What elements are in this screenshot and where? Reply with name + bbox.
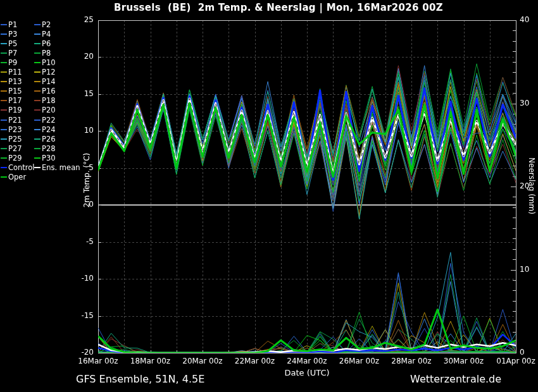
legend-item-p19: P19 — [1, 106, 34, 114]
legend-item-p24: P24 — [34, 125, 56, 134]
temp-tick-label: 5 — [75, 163, 94, 172]
legend-item-p28: P28 — [34, 144, 56, 153]
legend-color-dash — [34, 34, 41, 35]
date-tick-label: 30Mar 00z — [439, 357, 489, 365]
legend-item-p10-label: P10 — [42, 58, 56, 67]
legend-item-p4-label: P4 — [42, 30, 51, 39]
legend-row: P9P10 — [1, 58, 56, 67]
legend-color-dash — [1, 100, 7, 101]
precip-tick-label: 10 — [520, 265, 538, 274]
legend-item-p5: P5 — [1, 39, 34, 48]
legend-row: Oper — [1, 173, 34, 182]
legend-color-dash — [34, 167, 41, 168]
legend-item-p10: P10 — [34, 58, 56, 67]
precip-tick-label: 20 — [520, 181, 538, 190]
legend-row: P27P28 — [1, 144, 56, 153]
legend-color-dash — [1, 62, 7, 63]
legend-row: P5P6 — [1, 39, 51, 48]
legend-item-p12-label: P12 — [42, 68, 56, 77]
legend-color-dash — [34, 90, 41, 92]
legend-color-dash — [1, 52, 7, 54]
legend-row: ControlEns. mean — [1, 163, 80, 173]
legend-item-p30: P30 — [34, 154, 56, 162]
legend-item-p2-label: P2 — [42, 20, 51, 29]
date-tick-label: 22Mar 00z — [230, 357, 280, 365]
legend-item-p11: P11 — [1, 68, 34, 77]
legend-item-p8: P8 — [34, 49, 51, 58]
legend-item-control-label: Control — [8, 163, 35, 172]
legend-row: P23P24 — [1, 125, 56, 134]
legend-color-dash — [34, 43, 41, 44]
legend-item-p16: P16 — [34, 87, 56, 95]
legend-item-p29: P29 — [1, 154, 34, 162]
legend-row: P7P8 — [1, 48, 51, 58]
legend-row: P19P20 — [1, 106, 56, 115]
legend-item-p22-label: P22 — [42, 116, 56, 125]
legend-item-p1: P1 — [1, 20, 34, 29]
legend-color-dash — [1, 71, 7, 73]
legend-item-p29-label: P29 — [8, 154, 22, 162]
temp-tick-label: -10 — [75, 274, 94, 283]
legend-item-p27: P27 — [1, 144, 34, 153]
legend-item-p17: P17 — [1, 96, 34, 105]
legend-item-p14: P14 — [34, 77, 56, 86]
temp-tick-label: 10 — [75, 126, 94, 135]
legend-row: P1P2 — [1, 20, 51, 29]
legend-item-p5-label: P5 — [8, 39, 17, 48]
legend-item-p11-label: P11 — [8, 68, 22, 77]
legend-item-oper: Oper — [1, 173, 34, 181]
temp-tick-label: 15 — [75, 89, 94, 98]
date-tick-label: 28Mar 00z — [386, 357, 437, 365]
meteogram-screen: Brussels (BE) 2m Temp. & Neerslag | Mon,… — [0, 0, 538, 392]
legend-color-dash — [34, 24, 41, 25]
legend-item-p3-label: P3 — [8, 30, 17, 39]
legend-item-p20: P20 — [34, 106, 56, 114]
legend-item-p6-label: P6 — [42, 39, 51, 48]
legend-color-dash — [1, 81, 7, 82]
legend-item-p15: P15 — [1, 87, 34, 95]
date-tick-label: 16Mar 00z — [73, 357, 123, 365]
date-tick-label: 18Mar 00z — [125, 357, 176, 365]
legend-item-p19-label: P19 — [8, 106, 22, 114]
temp-tick-label: -20 — [75, 348, 94, 357]
legend-item-p12: P12 — [34, 68, 56, 77]
legend-color-dash — [34, 109, 41, 111]
legend-color-dash — [34, 71, 41, 73]
legend-item-p17-label: P17 — [8, 96, 22, 105]
legend-row: P13P14 — [1, 77, 56, 87]
model-caption: GFS Ensemble, 51N, 4.5E — [76, 373, 204, 385]
legend-item-p8-label: P8 — [42, 49, 51, 58]
legend-color-dash — [34, 52, 41, 54]
date-tick-label: 26Mar 00z — [334, 357, 385, 365]
legend-color-dash — [1, 148, 7, 149]
legend-item-p25: P25 — [1, 135, 34, 144]
site-caption: Wetterzentrale.de — [410, 373, 501, 385]
legend-item-p14-label: P14 — [42, 77, 56, 86]
legend-item-p21-label: P21 — [8, 116, 22, 125]
legend-item-ens-mean: Ens. mean — [34, 163, 80, 172]
legend-item-p23: P23 — [1, 125, 34, 134]
legend-color-dash — [1, 90, 7, 92]
date-tick-label: 20Mar 00z — [177, 357, 228, 365]
legend-item-p25-label: P25 — [8, 135, 22, 144]
legend-item-p7: P7 — [1, 49, 34, 58]
legend-color-dash — [34, 129, 41, 130]
legend-row: P3P4 — [1, 29, 51, 39]
legend-item-oper-label: Oper — [8, 173, 26, 181]
legend-item-control: Control — [1, 163, 34, 172]
temp-tick-label: 0 — [75, 200, 94, 209]
legend-item-p26-label: P26 — [42, 135, 56, 144]
legend-item-p21: P21 — [1, 116, 34, 125]
temp-tick-label: 20 — [75, 52, 94, 61]
legend-item-p24-label: P24 — [42, 125, 56, 134]
legend-color-dash — [1, 109, 7, 111]
ensemble-legend: P1P2P3P4P5P6P7P8P9P10P11P12P13P14P15P16P… — [1, 0, 96, 202]
legend-color-dash — [34, 138, 41, 140]
legend-color-dash — [1, 167, 7, 168]
legend-color-dash — [34, 148, 41, 149]
x-axis-label: Date (UTC) — [244, 368, 370, 377]
legend-color-dash — [34, 81, 41, 82]
legend-color-dash — [1, 34, 7, 35]
legend-color-dash — [34, 119, 41, 121]
legend-color-dash — [1, 24, 7, 25]
